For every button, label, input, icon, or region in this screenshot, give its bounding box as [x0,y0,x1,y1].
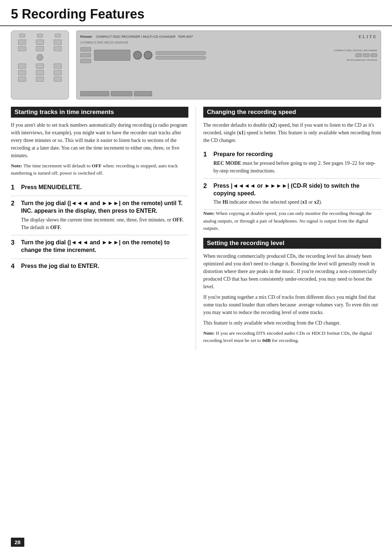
remote-btn-a2 [36,40,44,45]
x1-label: x1 [239,130,244,135]
device-display [94,50,130,61]
remote-btn-b1 [18,46,26,51]
device-circle-2 [144,51,152,60]
remote-control-image [11,30,69,99]
right-top-intro: The recorder defaults to double (x2) spe… [203,121,381,144]
device-circle-group [133,51,152,60]
device-bottom-btn-3 [134,91,152,96]
device-right-btn-2 [363,53,369,57]
step-2-off: OFF. [172,217,183,223]
step-2-label: Turn the jog dial (|◄◄◄ and ►►►| on the … [21,200,188,215]
device-unit-image: Pioneer COMPACT DISC RECORDER / MULTI-CD… [76,30,381,99]
x2-label: x2 [270,122,275,128]
step-1: 1 Press MENU/DELETE. [11,180,188,196]
device-slots [155,51,206,60]
remote-row-1 [13,40,66,45]
remote-top-btn-1 [19,34,25,37]
right-step-1-num: 1 [203,151,211,175]
remote-top-buttons [13,34,66,37]
page: 5 Recording Features [0,0,392,554]
right-step-2-num: 2 [203,182,211,206]
step-2-off2: OFF. [50,225,61,230]
elite-label: ELITE [359,34,377,40]
rec-mode-label: REC MODE [213,160,241,166]
device-btn-group-1 [80,47,91,63]
device-right-controls: COMPACT DISC DIGITAL RECORDER Hi-bit/Leg… [334,49,377,61]
remote-btn-c2 [36,64,44,69]
right-step-2-desc: The Hi indicator shows the selected spee… [213,198,381,206]
right-top-note: Note: When copying at double speed, you … [203,210,381,232]
right-bottom-para-1: When recording commercially produced CDs… [203,252,381,290]
device-btn-3 [80,59,91,63]
right-step-1-desc: REC MODE must be pressed before going to… [213,159,381,175]
remote-btn-c1 [18,64,26,69]
right-bottom-subsection: Setting the recording level When recordi… [203,238,381,345]
remote-btn-d1 [18,70,26,75]
remote-row-3 [13,64,66,69]
right-column: Changing the recording speed The recorde… [196,107,381,350]
step-4-content: Press the jog dial to ENTER. [21,262,188,271]
device-bottom-btn-2 [111,91,132,96]
remote-btn-d2 [36,70,44,75]
step-4-num: 4 [11,262,18,271]
left-note-text: Note: The time increment will default to… [11,162,188,177]
device-slot-2 [155,56,206,60]
remote-row-5 [13,77,66,82]
device-controls-row: COMPACT DISC DIGITAL RECORDER Hi-bit/Leg… [80,47,377,63]
remote-btn-a3 [54,40,62,45]
remote-btn-e1 [18,77,26,82]
step-1-content: Press MENU/DELETE. [21,184,188,192]
left-intro-text: If you aren't able to set track numbers … [11,121,188,159]
three-changer-label: 3-COMPACT DISC MULTI CHANGER [80,41,377,44]
remote-btn-b3 [54,46,62,51]
device-bottom-btn-1 [80,91,109,96]
device-model: COMPACT DISC RECORDER / MULTI-CD CHANGER… [96,35,193,38]
remote-btn-c3 [54,64,62,69]
page-number: 28 [11,538,24,547]
hi-indicator: Hi [222,199,228,205]
remote-top-btn-2 [37,34,43,37]
step-1-num: 1 [11,184,18,192]
right-bottom-para-2: If you're putting together a mix CD of t… [203,293,381,316]
remote-jog-area [37,54,43,61]
right-step-1: 1 Prepare for recording REC MODE must be… [203,147,381,179]
right-step-1-content: Prepare for recording REC MODE must be p… [213,151,381,175]
right-bottom-section-header: Setting the recording level [203,238,381,249]
step-4-label: Press the jog dial to ENTER. [21,262,188,270]
right-step-1-label: Prepare for recording [213,151,381,158]
remote-top-btn-3 [55,34,61,37]
right-step-2-content: Press |◄◄◄◄ or ►►►►| (CD-R side) to swit… [213,182,381,206]
right-step-2: 2 Press |◄◄◄◄ or ►►►►| (CD-R side) to sw… [203,179,381,210]
remote-row-4 [13,70,66,75]
hi-bit-label: Hi-bit/LegitaLink Conversion [347,58,377,61]
step-4: 4 Press the jog dial to ENTER. [11,259,188,275]
step-3-label: Turn the jog dial (|◄◄◄ and ►►►| on the … [21,239,188,254]
step-1-label: Press MENU/DELETE. [21,184,188,191]
remote-btn-e2 [36,77,44,82]
right-bottom-note: Note: If you are recording DTS encoded a… [203,330,381,345]
right-top-subsection: Changing the recording speed The recorde… [203,107,381,232]
device-circle-1 [133,51,142,60]
right-top-section-header: Changing the recording speed [203,107,381,118]
device-bottom-btns [80,91,377,96]
page-footer: 28 [11,538,24,547]
left-note-label: Note: [11,163,22,168]
left-note-off: OFF [92,163,102,168]
device-btn-1 [80,47,91,52]
remote-row-2 [13,46,66,51]
device-right-btns [355,53,377,57]
left-section-header: Starting tracks in time increments [11,107,188,118]
odb-label: 0dB [262,338,271,343]
step-2-desc: The display shows the current time incre… [21,216,188,231]
step-2: 2 Turn the jog dial (|◄◄◄ and ►►►| on th… [11,196,188,235]
x2-speed: x2 [314,199,319,205]
step-3-content: Turn the jog dial (|◄◄◄ and ►►►| on the … [21,239,188,255]
remote-btn-d3 [54,70,62,75]
left-column: Starting tracks in time increments If yo… [11,107,196,350]
digital-recorder-label: COMPACT DISC DIGITAL RECORDER [334,49,377,52]
right-bottom-para-3: This feature is only available when reco… [203,319,381,327]
x1-speed: x1 [302,199,307,205]
step-2-num: 2 [11,200,18,231]
right-step-2-label: Press |◄◄◄◄ or ►►►►| (CD-R side) to swit… [213,182,381,197]
device-header-row: Pioneer COMPACT DISC RECORDER / MULTI-CD… [80,34,377,40]
